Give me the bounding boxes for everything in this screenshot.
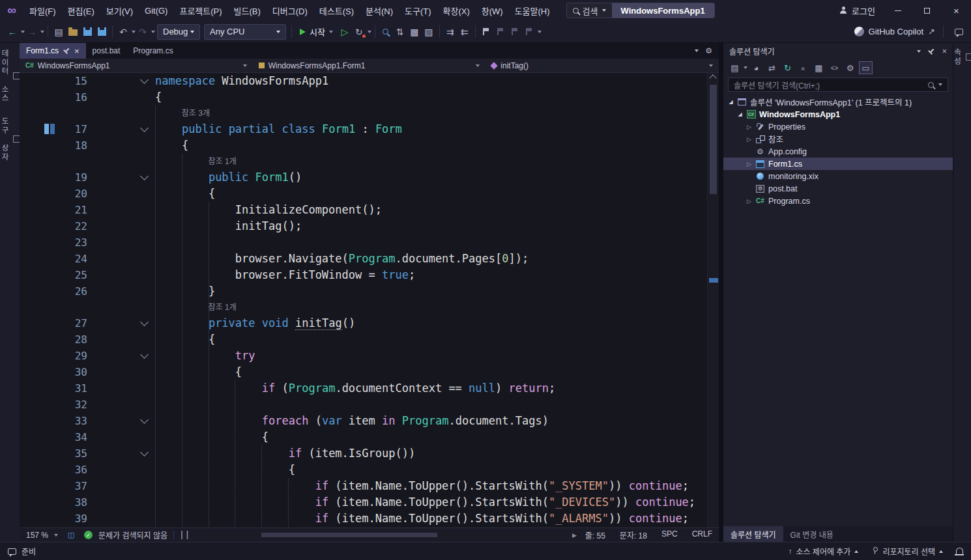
editor-options-gear-icon[interactable]: ⚙ [705, 46, 712, 55]
tree-item-app-config[interactable]: ⚙App.config [723, 145, 953, 158]
scroll-right-icon[interactable]: ▶ [572, 532, 577, 539]
toggle-bookmark-icon[interactable] [480, 25, 493, 39]
scrollbar-thumb[interactable] [710, 85, 717, 194]
collapse-arrow-icon[interactable]: ◢ [726, 99, 736, 105]
code-line[interactable]: 34 { [20, 429, 719, 445]
menu-item-9[interactable]: 분석(N) [360, 0, 399, 21]
zoom-level[interactable]: 157 % [26, 531, 48, 540]
uncomment-icon[interactable]: ▨ [422, 25, 435, 39]
outdent-icon[interactable]: ⇇ [458, 25, 471, 39]
navigate-forward-icon[interactable]: → [25, 25, 38, 39]
tree-item-item[interactable]: ▷참조 [723, 133, 953, 145]
scrollbar-thumb[interactable] [261, 533, 437, 537]
navigate-backward-icon[interactable]: ← [6, 25, 19, 39]
code-line[interactable]: 19 public Form1() [20, 169, 719, 186]
pending-changes-filter-icon[interactable]: ◕ [749, 61, 763, 74]
save-all-icon[interactable] [95, 25, 108, 39]
select-repository-button[interactable]: 리포지토리 선택 [871, 546, 943, 557]
vertical-scrollbar[interactable] [707, 73, 719, 527]
code-line[interactable]: 30 { [20, 364, 719, 380]
fold-chevron-icon[interactable] [140, 448, 149, 456]
chevron-down-icon[interactable] [21, 31, 25, 33]
codelens-row[interactable]: 참조 1개 [20, 300, 719, 315]
quick-search-control[interactable]: 검색 WindowsFormsApp1 [566, 3, 715, 18]
code-editor[interactable]: 15namespace WindowsFormsApp116{참조 3개17 p… [20, 73, 719, 527]
menu-item-10[interactable]: 도구(T) [399, 0, 437, 21]
new-project-icon[interactable]: ▤ [52, 25, 65, 39]
tree-item-program-cs[interactable]: ▷C#Program.cs [723, 195, 953, 207]
search-input[interactable]: WindowsFormsApp1 [612, 3, 714, 18]
inheritance-margin-icon[interactable] [44, 124, 55, 134]
solution-search-input[interactable]: 솔루션 탐색기 검색(Ctrl+;) [728, 77, 948, 92]
code-line[interactable]: 15namespace WindowsFormsApp1 [20, 73, 719, 89]
solution-platform-dropdown[interactable]: Any CPU [204, 24, 286, 40]
live-share-icon[interactable]: ◫ [65, 528, 78, 542]
code-line[interactable]: 29 try [20, 348, 719, 364]
chevron-down-icon[interactable] [476, 64, 480, 67]
horizontal-scrollbar[interactable] [203, 531, 564, 539]
view-code-icon[interactable]: <> [828, 61, 841, 74]
code-line[interactable]: 16{ [20, 89, 719, 105]
chevron-down-icon[interactable] [744, 66, 747, 69]
next-bookmark-icon[interactable] [508, 25, 521, 39]
fold-chevron-icon[interactable] [140, 124, 149, 132]
properties-icon[interactable]: ⚙ [843, 61, 857, 74]
health-indicator-label[interactable]: 문제가 검색되지 않음 [98, 529, 167, 540]
chevron-down-icon[interactable] [538, 31, 542, 33]
codelens-row[interactable]: 참조 1개 [20, 154, 719, 169]
code-line[interactable]: 20 { [20, 186, 719, 202]
close-icon[interactable]: × [942, 47, 947, 55]
code-line[interactable]: 23 [20, 234, 719, 251]
show-all-files-icon[interactable]: ▦ [812, 61, 826, 74]
code-line[interactable]: 36 { [20, 462, 719, 478]
search-dropdown[interactable]: 검색 [567, 3, 612, 18]
codelens-row[interactable]: 참조 3개 [20, 105, 719, 121]
panel-tab-item[interactable]: 솔루션 탐색기 [723, 526, 783, 542]
menu-item-11[interactable]: 확장(X) [437, 0, 476, 21]
solution-configuration-dropdown[interactable]: Debug [157, 24, 200, 40]
line-ending-indicator[interactable]: CRLF [692, 529, 712, 540]
code-line[interactable]: 35 if (item.IsGroup()) [20, 445, 719, 462]
autohide-tab-2[interactable]: 도구 상자 [0, 117, 20, 161]
previous-bookmark-icon[interactable] [494, 25, 507, 39]
start-without-debugging-icon[interactable]: ▷ [338, 25, 351, 39]
tab-post-bat[interactable]: post.bat [86, 43, 127, 59]
scroll-up-icon[interactable] [709, 74, 716, 81]
send-feedback-icon[interactable] [952, 25, 965, 39]
redo-icon[interactable]: ↷ [136, 25, 149, 39]
code-line[interactable]: 18 { [20, 137, 719, 154]
close-icon[interactable]: × [74, 47, 80, 55]
indent-icon[interactable]: ⇉ [444, 25, 457, 39]
code-line[interactable]: 24 browser.Navigate(Program.document.Pag… [20, 251, 719, 267]
menu-item-7[interactable]: 디버그(D) [267, 0, 313, 21]
fold-chevron-icon[interactable] [140, 415, 149, 424]
notifications-bell-icon[interactable] [956, 548, 963, 554]
save-icon[interactable] [81, 25, 94, 39]
space-mode-indicator[interactable]: SPC [661, 529, 678, 540]
clear-bookmarks-icon[interactable] [523, 25, 536, 39]
collapse-arrow-icon[interactable]: ◢ [735, 111, 745, 117]
feedback-icon[interactable] [8, 548, 16, 555]
expand-arrow-icon[interactable]: ▷ [744, 124, 754, 130]
tree-item-properties[interactable]: ▷Properties [723, 120, 953, 133]
expand-arrow-icon[interactable]: ▷ [744, 136, 754, 143]
menu-item-4[interactable]: Git(G) [139, 0, 173, 21]
document-list-chevron-icon[interactable] [695, 49, 699, 52]
code-line[interactable]: 17 public partial class Form1 : Form [20, 121, 719, 137]
codelens-references[interactable]: 참조 3개 [20, 105, 210, 121]
autohide-tab-1[interactable]: 데이터 소스 [0, 49, 20, 103]
chevron-down-icon[interactable] [368, 31, 371, 33]
code-line[interactable]: 27 private void initTag() [20, 315, 719, 331]
breadcrumb-segment-2[interactable]: WindowsFormsApp1.Form1 [253, 59, 486, 72]
tab-program-cs[interactable]: Program.cs [126, 43, 179, 59]
tree-item-monitoring-xix[interactable]: monitoring.xix [723, 170, 953, 182]
code-line[interactable]: 22 initTag(); [20, 218, 719, 234]
chevron-down-icon[interactable] [938, 83, 942, 86]
fold-chevron-icon[interactable] [140, 172, 149, 180]
chevron-down-icon[interactable] [40, 31, 44, 33]
code-line[interactable]: 31 if (Program.documentContext == null) … [20, 380, 719, 397]
menu-item-6[interactable]: 빌드(B) [228, 0, 267, 21]
chevron-down-icon[interactable] [54, 534, 58, 537]
comment-icon[interactable]: ▩ [408, 25, 421, 39]
minimize-button[interactable] [883, 0, 912, 21]
